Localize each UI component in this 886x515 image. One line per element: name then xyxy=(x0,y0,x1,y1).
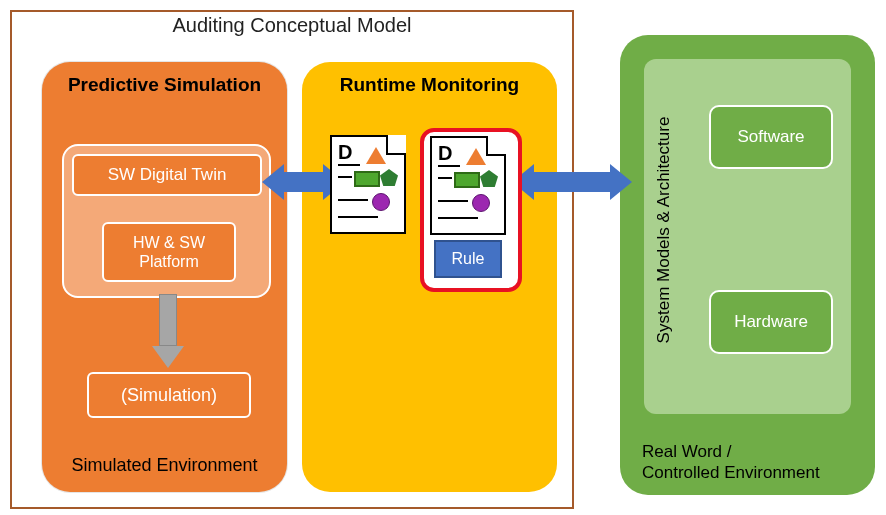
arrow-down-icon xyxy=(152,294,184,369)
runtime-monitoring-title: Runtime Monitoring xyxy=(302,74,557,96)
circle-icon xyxy=(472,194,490,212)
simulation-box: (Simulation) xyxy=(87,372,251,418)
real-world-env-label: Real Word / Controlled Environment xyxy=(642,441,820,484)
software-box: Software xyxy=(709,105,833,169)
document-icon: D xyxy=(430,136,506,235)
diagram-canvas: Auditing Conceptual Model Predictive Sim… xyxy=(0,0,886,515)
real-world-container: System Models & Architecture Software Ha… xyxy=(620,35,875,495)
triangle-icon xyxy=(366,147,386,164)
circle-icon xyxy=(372,193,390,211)
simulated-environment-label: Simulated Environment xyxy=(42,455,287,476)
pentagon-icon xyxy=(480,170,498,187)
predictive-simulation-container: Predictive Simulation SW Digital Twin HW… xyxy=(42,62,287,492)
rectangle-icon xyxy=(454,172,480,188)
pentagon-icon xyxy=(380,169,398,186)
system-models-label: System Models & Architecture xyxy=(654,145,674,315)
rectangle-icon xyxy=(354,171,380,187)
doc-letter: D xyxy=(438,142,460,167)
hardware-box: Hardware xyxy=(709,290,833,354)
triangle-icon xyxy=(466,148,486,165)
document-icon: D xyxy=(330,135,406,234)
doc-letter: D xyxy=(338,141,360,166)
hw-sw-platform-box: HW & SW Platform xyxy=(102,222,236,282)
predictive-simulation-title: Predictive Simulation xyxy=(42,74,287,96)
rule-box: Rule xyxy=(434,240,502,278)
sw-digital-twin-box: SW Digital Twin xyxy=(72,154,262,196)
biarrow-right-icon xyxy=(512,164,632,200)
hw-sw-platform-label: HW & SW Platform xyxy=(104,233,234,271)
acm-title: Auditing Conceptual Model xyxy=(12,14,572,37)
